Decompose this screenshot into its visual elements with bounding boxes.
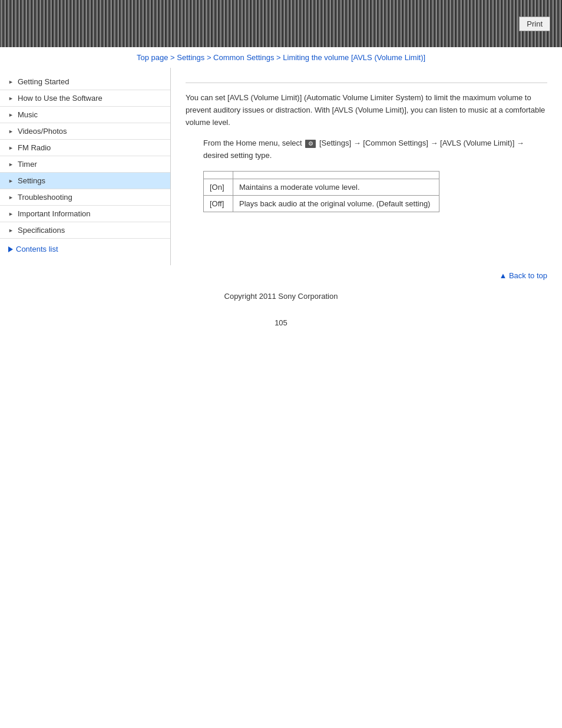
arrow-icon: ► <box>8 228 14 233</box>
sidebar-item-label: Timer <box>18 160 37 169</box>
table-val-on: Maintains a moderate volume level. <box>233 179 439 195</box>
breadcrumb-common-settings[interactable]: Common Settings <box>213 53 274 62</box>
page-number: 105 <box>0 307 562 339</box>
arrow-icon: ► <box>8 95 14 101</box>
arrow-icon: ► <box>8 112 14 118</box>
arrow-icon: ► <box>8 129 14 134</box>
arrow-icon: ► <box>8 145 14 151</box>
sidebar-item-label: Specifications <box>18 226 65 235</box>
sidebar-item-label: Important Information <box>18 209 91 218</box>
settings-table: [On] Maintains a moderate volume level. … <box>203 171 439 212</box>
table-row-off: [Off] Plays back audio at the original v… <box>204 195 439 212</box>
breadcrumb-current[interactable]: Limiting the volume [AVLS (Volume Limit)… <box>283 53 425 62</box>
sidebar-item-troubleshooting[interactable]: ► Troubleshooting <box>0 189 170 206</box>
instruction-block: From the Home menu, select ⚙ [Settings] … <box>203 137 547 162</box>
sidebar-item-label: FM Radio <box>18 143 51 152</box>
instruction-text: From the Home menu, select <box>203 139 302 147</box>
content-footer: Back to top <box>0 265 562 286</box>
content-description: You can set [AVLS (Volume Limit)] (Autom… <box>186 92 547 129</box>
header-bar: Print <box>0 0 562 47</box>
sidebar-item-how-to-use[interactable]: ► How to Use the Software <box>0 90 170 107</box>
sidebar-item-label: Settings <box>18 176 45 185</box>
back-to-top-link[interactable]: Back to top <box>499 271 547 280</box>
sidebar-item-label: Troubleshooting <box>18 193 72 202</box>
copyright: Copyright 2011 Sony Corporation <box>0 286 562 307</box>
breadcrumb: Top page > Settings > Common Settings > … <box>0 47 562 68</box>
content-area: You can set [AVLS (Volume Limit)] (Autom… <box>171 68 562 221</box>
table-row-on: [On] Maintains a moderate volume level. <box>204 179 439 195</box>
breadcrumb-sep-3: > <box>276 53 283 62</box>
table-key-header <box>204 171 233 179</box>
sidebar-item-label: Getting Started <box>18 77 69 86</box>
sidebar-item-timer[interactable]: ► Timer <box>0 156 170 173</box>
content-separator <box>186 83 547 83</box>
table-val-off: Plays back audio at the original volume.… <box>233 195 439 212</box>
breadcrumb-settings[interactable]: Settings <box>177 53 204 62</box>
table-row <box>204 171 439 179</box>
arrow-icon: ► <box>8 178 14 184</box>
settings-icon: ⚙ <box>305 140 316 148</box>
sidebar-footer: Contents list <box>0 239 170 259</box>
sidebar-item-music[interactable]: ► Music <box>0 107 170 123</box>
sidebar-item-label: How to Use the Software <box>18 94 103 103</box>
table-val-header <box>233 171 439 179</box>
sidebar-item-label: Music <box>18 110 38 119</box>
arrow-icon: ► <box>8 211 14 217</box>
table-key-on: [On] <box>204 179 233 195</box>
sidebar-item-label: Videos/Photos <box>18 127 67 136</box>
arrow-icon: ► <box>8 195 14 200</box>
breadcrumb-sep-2: > <box>207 53 213 62</box>
sidebar-item-specifications[interactable]: ► Specifications <box>0 222 170 239</box>
breadcrumb-sep-1: > <box>170 53 177 62</box>
table-key-off: [Off] <box>204 195 233 212</box>
contents-list-arrow-icon <box>8 246 13 252</box>
sidebar-item-getting-started[interactable]: ► Getting Started <box>0 74 170 90</box>
sidebar-item-important-information[interactable]: ► Important Information <box>0 206 170 222</box>
arrow-icon: ► <box>8 162 14 167</box>
sidebar: ► Getting Started ► How to Use the Softw… <box>0 68 171 265</box>
contents-list-link[interactable]: Contents list <box>16 245 58 253</box>
arrow-icon: ► <box>8 79 14 85</box>
breadcrumb-top-page[interactable]: Top page <box>137 53 168 62</box>
print-button[interactable]: Print <box>519 17 550 31</box>
main-layout: ► Getting Started ► How to Use the Softw… <box>0 68 562 265</box>
sidebar-item-videos-photos[interactable]: ► Videos/Photos <box>0 123 170 140</box>
sidebar-item-fm-radio[interactable]: ► FM Radio <box>0 140 170 156</box>
sidebar-item-settings[interactable]: ► Settings <box>0 173 170 189</box>
